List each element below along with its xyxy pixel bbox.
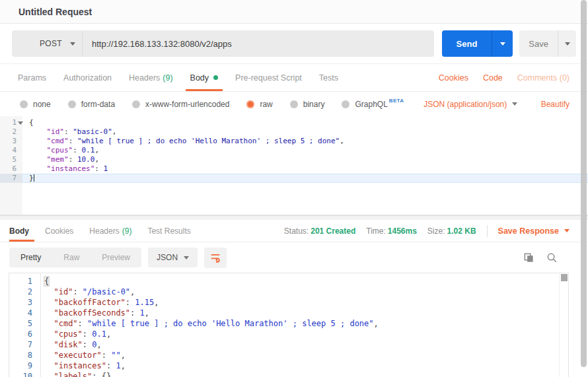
body-type-none[interactable]: none	[20, 100, 51, 109]
code-line-5[interactable]: 5 "mem": 10.0,	[0, 155, 588, 164]
divider	[487, 225, 488, 237]
response-format-select[interactable]: JSON	[148, 248, 198, 267]
radio-icon	[342, 100, 349, 108]
radio-label: form-data	[81, 100, 115, 109]
send-options-button[interactable]	[492, 30, 513, 57]
postman-request-window: Untitled Request POST Send Save Params A…	[0, 0, 588, 377]
radio-icon	[132, 100, 140, 108]
tab-authorization[interactable]: Authorization	[55, 64, 120, 91]
save-split-button: Save	[519, 30, 576, 57]
code-line-5[interactable]: 5 "cmd": "while [ true ] ; do echo 'Hell…	[9, 318, 568, 329]
code-line-2[interactable]: 2 "id": "basic-0",	[0, 127, 588, 137]
code-line-4[interactable]: 4 "cpus": 0.1,	[0, 146, 588, 155]
chevron-down-icon	[565, 42, 570, 46]
code-line-1[interactable]: 1{	[0, 118, 588, 127]
line-number: 3	[0, 137, 22, 146]
beautify-link[interactable]: Beautify	[541, 100, 570, 109]
tab-label: Tests	[319, 73, 338, 83]
view-pretty-button[interactable]: Pretty	[9, 248, 52, 267]
code-line-3[interactable]: 3 "backoffFactor": 1.15,	[9, 297, 568, 308]
body-type-graphql[interactable]: GraphQLBETA	[342, 100, 404, 109]
view-raw-button[interactable]: Raw	[52, 248, 91, 267]
code-line-1[interactable]: 1{	[9, 276, 568, 287]
line-number: 7	[0, 174, 22, 183]
code-line-8[interactable]: 8 "executor": "",	[9, 350, 568, 360]
cookies-link[interactable]: Cookies	[439, 73, 468, 83]
size-badge: Size:1.02 KB	[427, 226, 476, 236]
body-type-binary[interactable]: binary	[290, 100, 325, 109]
tab-params[interactable]: Params	[9, 64, 55, 91]
section-divider	[0, 215, 588, 220]
code-text: "cmd": "while [ true ] ; do echo 'Hello …	[40, 318, 568, 329]
line-number: 4	[9, 308, 40, 318]
code-text: "id": "basic-0",	[22, 127, 588, 137]
save-options-button[interactable]	[558, 30, 576, 57]
view-mode-segmented-control: Pretty Raw Preview	[9, 248, 141, 267]
code-line-7[interactable]: 7 "disk": 0,	[9, 339, 568, 350]
body-type-raw[interactable]: raw	[246, 100, 272, 109]
code-line-6[interactable]: 6 "instances": 1	[0, 164, 588, 174]
response-view-toolbar: Pretty Raw Preview JSON	[0, 242, 588, 273]
content-type-value: JSON (application/json)	[423, 100, 507, 109]
body-content-dot	[213, 75, 218, 80]
radio-icon	[20, 100, 28, 108]
chevron-down-icon	[184, 256, 189, 259]
code-line-6[interactable]: 6 "cpus": 0.1,	[9, 329, 568, 339]
search-icon[interactable]	[546, 252, 558, 263]
tab-pre-request-script[interactable]: Pre-request Script	[227, 64, 311, 91]
code-line-2[interactable]: 2 "id": "/basic-0",	[9, 287, 568, 297]
code-text: "cpus": 0.1,	[22, 146, 588, 155]
response-tab-cookies[interactable]: Cookies	[37, 220, 81, 242]
request-tabs: Params Authorization Headers(9) Body Pre…	[0, 64, 588, 92]
method-select[interactable]: POST	[12, 30, 82, 57]
response-tab-headers[interactable]: Headers(9)	[81, 220, 139, 242]
headers-count-badge: (9)	[122, 226, 132, 236]
line-number: 6	[9, 329, 40, 339]
code-line-10[interactable]: 10 "labels": {},	[9, 371, 568, 377]
url-input[interactable]	[83, 30, 434, 57]
request-body-editor[interactable]: 1{2 "id": "basic-0",3 "cmd": "while [ tr…	[0, 116, 588, 215]
copy-icon[interactable]	[523, 252, 534, 263]
tab-headers[interactable]: Headers(9)	[120, 64, 182, 91]
radio-label: raw	[260, 100, 272, 109]
save-button[interactable]: Save	[519, 30, 558, 57]
window-scrollbar-thumb[interactable]	[581, 0, 587, 367]
save-response-button[interactable]: Save Response	[498, 226, 570, 236]
method-value: POST	[40, 39, 62, 48]
line-number: 4	[0, 146, 22, 155]
wrap-text-icon	[209, 252, 221, 263]
chevron-down-icon	[500, 42, 505, 46]
radio-label: GraphQL	[355, 100, 387, 109]
fold-caret-icon[interactable]	[18, 121, 23, 125]
comments-link[interactable]: Comments (0)	[517, 73, 570, 83]
response-body-editor[interactable]: 1{2 "id": "/basic-0",3 "backoffFactor": …	[9, 273, 569, 377]
tab-body[interactable]: Body	[182, 64, 227, 91]
tab-label: Body	[190, 73, 209, 83]
tab-tests[interactable]: Tests	[311, 64, 347, 91]
code-text: "backoffFactor": 1.15,	[40, 297, 568, 308]
code-line-7[interactable]: 7}	[0, 174, 588, 183]
wrap-text-button[interactable]	[204, 248, 227, 268]
code-text: "backoffSeconds": 1,	[40, 308, 568, 318]
code-line-9[interactable]: 9 "instances": 1,	[9, 360, 568, 371]
code-line-4[interactable]: 4 "backoffSeconds": 1,	[9, 308, 568, 318]
send-button[interactable]: Send	[442, 30, 492, 57]
code-link[interactable]: Code	[483, 73, 503, 83]
request-tab-links: Cookies Code Comments (0)	[439, 64, 570, 91]
radio-selected-icon	[246, 100, 254, 108]
response-tab-test-results[interactable]: Test Results	[139, 220, 198, 242]
code-text: "disk": 0,	[40, 339, 568, 350]
body-type-urlencoded[interactable]: x-www-form-urlencoded	[132, 100, 229, 109]
content-type-select[interactable]: JSON (application/json)	[423, 100, 517, 109]
code-text: "instances": 1,	[40, 360, 568, 371]
line-number: 5	[0, 155, 22, 164]
code-text: "executor": "",	[40, 350, 568, 360]
code-line-3[interactable]: 3 "cmd": "while [ true ] ; do echo 'Hell…	[0, 137, 588, 146]
response-meta: Status:201 Created Time:1456ms Size:1.02…	[284, 220, 570, 242]
response-tab-body[interactable]: Body	[9, 220, 37, 242]
tab-label: Headers	[129, 73, 160, 83]
view-preview-button[interactable]: Preview	[91, 248, 141, 267]
body-type-form-data[interactable]: form-data	[68, 100, 115, 109]
time-badge: Time:1456ms	[366, 226, 417, 236]
save-label: Save	[529, 39, 548, 49]
